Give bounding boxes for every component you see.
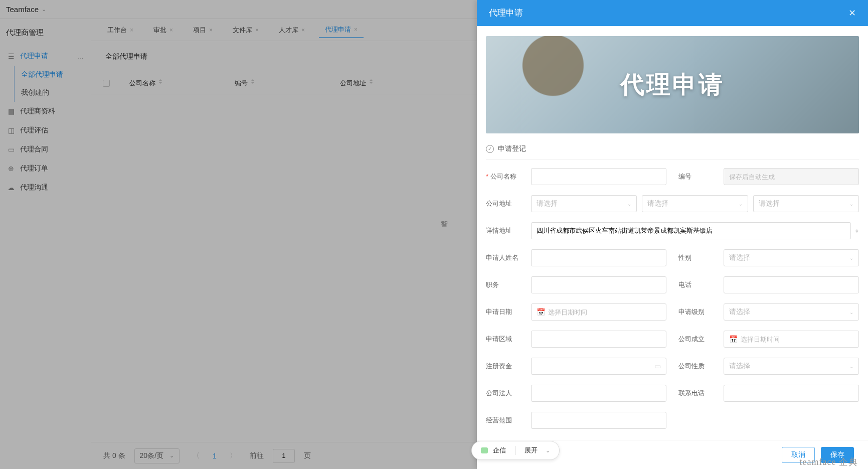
sidebar-item-agent-apply[interactable]: ☰ 代理申请 ... — [0, 47, 91, 66]
chevron-down-icon: ⌄ — [739, 201, 743, 207]
input-scope[interactable] — [531, 412, 666, 429]
input-contact-phone[interactable] — [724, 385, 859, 402]
select-nature[interactable]: 请选择⌄ — [724, 358, 859, 375]
th-label: 公司名称 — [129, 79, 155, 88]
panel-title: 代理申请 — [489, 7, 523, 19]
field-code: 编号 — [678, 168, 859, 185]
label-contact-phone: 联系电话 — [678, 389, 724, 398]
close-icon[interactable]: × — [209, 27, 213, 34]
field-scope: 经营范围 — [486, 412, 666, 429]
chat-expand[interactable]: 展开 — [525, 446, 538, 455]
select-apply-level[interactable]: 请选择⌄ — [724, 303, 859, 321]
input-phone[interactable] — [724, 276, 859, 293]
select-gender[interactable]: 请选择⌄ — [724, 249, 859, 266]
tab-files[interactable]: 文件库× — [227, 23, 265, 38]
more-dots-icon[interactable]: ... — [78, 52, 84, 60]
tab-label: 人才库 — [279, 26, 298, 35]
th-company[interactable]: 公司名称 — [121, 79, 227, 88]
label-apply-area: 申请区域 — [486, 335, 531, 344]
close-icon[interactable]: × — [130, 27, 133, 34]
calendar-icon: 📅 — [729, 335, 738, 343]
field-address: 公司地址 请选择⌄ 请选择⌄ 请选择⌄ — [486, 195, 859, 212]
chat-widget[interactable]: 企信 展开 ⌄ — [471, 441, 560, 460]
placeholder: 请选择 — [647, 199, 668, 208]
close-icon[interactable]: × — [301, 27, 305, 34]
input-applicant[interactable] — [531, 249, 666, 266]
prev-page[interactable]: 〈 — [189, 451, 204, 460]
field-legal: 公司法人 — [486, 385, 666, 402]
input-apply-date[interactable]: 📅 — [531, 303, 666, 321]
chevron-down-icon: ⌄ — [627, 201, 631, 207]
section-title: 申请登记 — [498, 144, 526, 153]
tab-talent[interactable]: 人才库× — [273, 23, 311, 38]
chat-icon: ☁ — [7, 184, 15, 192]
close-icon[interactable]: × — [169, 27, 173, 34]
input-founded[interactable]: 📅 — [724, 331, 859, 348]
close-icon[interactable]: × — [354, 26, 358, 33]
chevron-down-icon: ⌄ — [849, 364, 853, 369]
jump-input[interactable] — [273, 449, 295, 463]
label-legal: 公司法人 — [486, 389, 531, 398]
tab-label: 文件库 — [233, 26, 252, 35]
sidebar-label: 代理商资料 — [20, 107, 55, 116]
th-address[interactable]: 公司地址 — [332, 79, 437, 88]
select-district[interactable]: 请选择⌄ — [753, 195, 859, 212]
tab-project[interactable]: 项目× — [187, 23, 219, 38]
input-code — [724, 168, 859, 185]
input-reg-capital[interactable]: ▭ — [531, 358, 666, 375]
placeholder: 请选择 — [729, 362, 750, 371]
tab-agent-apply[interactable]: 代理申请× — [319, 22, 364, 38]
next-page[interactable]: 〉 — [226, 451, 241, 460]
input-apply-area[interactable] — [531, 331, 666, 348]
app-name[interactable]: Teamface — [6, 5, 39, 14]
input-detail-address[interactable] — [531, 222, 851, 239]
tab-workbench[interactable]: 工作台× — [101, 23, 139, 38]
label-address: 公司地址 — [486, 199, 531, 208]
page-current[interactable]: 1 — [213, 452, 217, 460]
page-size-select[interactable]: 20条/页⌄ — [134, 448, 180, 463]
sort-icon[interactable] — [251, 79, 256, 87]
sidebar: 代理商管理 ☰ 代理申请 ... 全部代理申请 我创建的 ▤代理商资料 ◫代理评… — [0, 19, 91, 469]
input-legal[interactable] — [531, 385, 666, 402]
empty-text: 智 — [441, 220, 448, 228]
form: *公司名称 编号 公司地址 请选择⌄ 请选择⌄ 请选择⌄ 详情地址 ⌖ 申请人姓… — [477, 160, 868, 469]
close-icon[interactable]: × — [255, 27, 259, 34]
sidebar-label: 代理沟通 — [20, 183, 48, 192]
sidebar-label: 代理订单 — [20, 164, 48, 173]
document-icon: ☰ — [7, 52, 15, 60]
select-province[interactable]: 请选择⌄ — [531, 195, 637, 212]
sidebar-item-agent-comm[interactable]: ☁代理沟通 — [0, 178, 91, 197]
empty-state: 智 — [441, 220, 448, 229]
input-company[interactable] — [531, 168, 666, 185]
jump-label: 前往 — [250, 451, 264, 460]
panel-header: 代理申请 ✕ — [477, 0, 868, 26]
chevron-down-icon[interactable]: ⌄ — [42, 6, 46, 13]
select-city[interactable]: 请选择⌄ — [642, 195, 748, 212]
th-label: 编号 — [235, 79, 248, 88]
input-job[interactable] — [531, 276, 666, 293]
sidebar-sub-all[interactable]: 全部代理申请 — [0, 66, 91, 84]
close-icon[interactable]: ✕ — [848, 8, 856, 19]
sidebar-item-agent-eval[interactable]: ◫代理评估 — [0, 121, 91, 140]
label-text: 公司名称 — [490, 173, 516, 180]
field-company: *公司名称 — [486, 168, 666, 185]
field-apply-date: 申请日期 📅 — [486, 303, 666, 321]
th-code[interactable]: 编号 — [227, 79, 332, 88]
sidebar-item-agent-info[interactable]: ▤代理商资料 — [0, 102, 91, 121]
tab-approval[interactable]: 审批× — [147, 23, 179, 38]
field-founded: 公司成立 📅 — [678, 331, 859, 348]
sidebar-item-agent-order[interactable]: ⊕代理订单 — [0, 159, 91, 178]
sort-icon[interactable] — [369, 79, 374, 87]
chart-icon: ◫ — [7, 126, 15, 134]
sidebar-label: 代理评估 — [20, 126, 48, 135]
calendar-icon: 📅 — [537, 308, 545, 316]
sidebar-item-agent-contract[interactable]: ▭代理合同 — [0, 140, 91, 159]
sort-icon[interactable] — [158, 79, 163, 87]
label-applicant: 申请人姓名 — [486, 253, 531, 262]
sidebar-title: 代理商管理 — [0, 19, 91, 47]
total-count: 共 0 条 — [103, 451, 125, 460]
field-job: 职务 — [486, 276, 666, 293]
sidebar-sub-mine[interactable]: 我创建的 — [0, 84, 91, 102]
location-icon[interactable]: ⌖ — [855, 227, 859, 235]
th-checkbox[interactable] — [91, 80, 121, 87]
